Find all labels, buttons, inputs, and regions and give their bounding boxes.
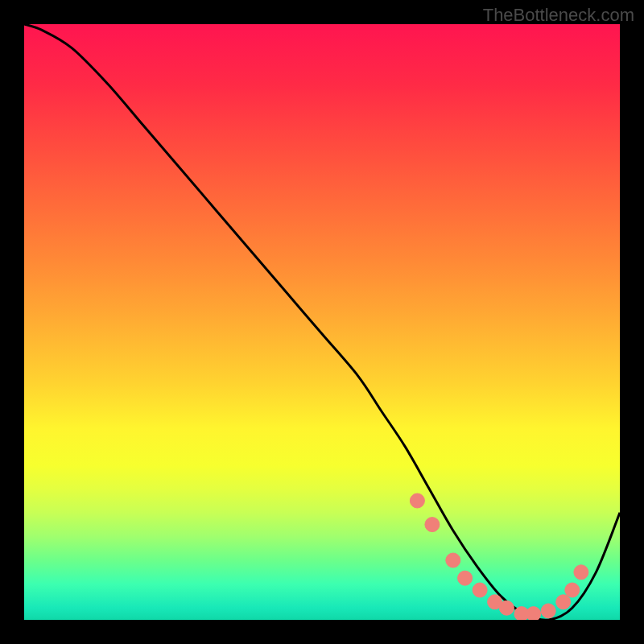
- data-point: [574, 565, 588, 580]
- data-point: [526, 607, 541, 620]
- data-point: [499, 601, 514, 615]
- data-point: [410, 493, 424, 508]
- data-point: [556, 595, 571, 609]
- watermark-text: TheBottleneck.com: [483, 5, 634, 26]
- data-point: [565, 583, 580, 597]
- data-point: [473, 583, 487, 597]
- points-layer: [24, 24, 620, 620]
- plot-area: [24, 24, 620, 620]
- data-point: [425, 518, 440, 532]
- data-points: [410, 493, 588, 620]
- data-point: [446, 553, 460, 568]
- data-point: [458, 571, 473, 585]
- data-point: [541, 604, 555, 618]
